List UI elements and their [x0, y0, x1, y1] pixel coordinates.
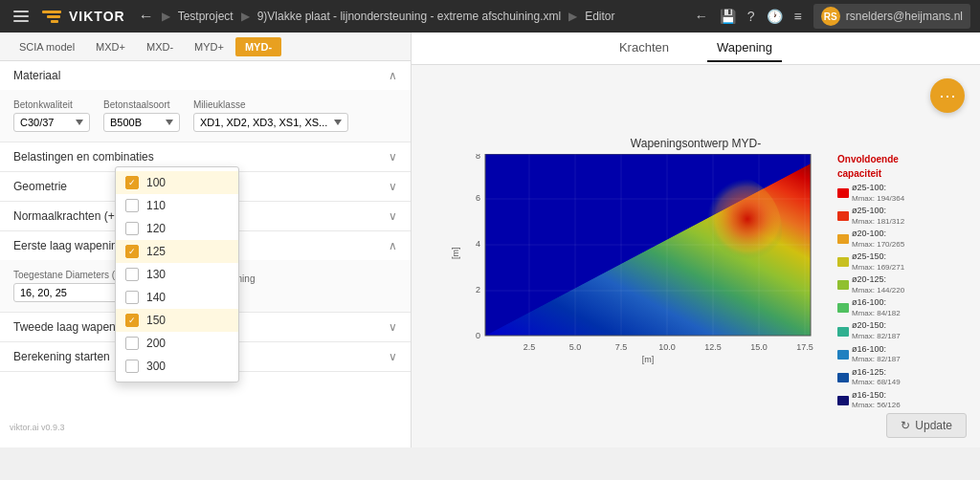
- dropdown-item-label: 140: [146, 291, 166, 304]
- logo: VIKTOR: [38, 3, 125, 30]
- tab-myd-plus[interactable]: MYD+: [185, 37, 234, 56]
- legend-color-box: [837, 280, 849, 290]
- back-icon[interactable]: ←: [695, 9, 708, 24]
- materiaal-form-row: Betonkwaliteit C30/37 Betonstaalsoort B5…: [13, 99, 397, 132]
- dropdown-item-label: 300: [146, 360, 166, 373]
- fab-icon: ⋯: [939, 85, 956, 106]
- legend-item: ø20-125:Mmax: 144/220: [837, 274, 952, 295]
- svg-text:6: 6: [476, 193, 480, 203]
- chevron-down-icon-normaal: ∨: [389, 209, 397, 223]
- checkbox-icon: [125, 314, 139, 327]
- left-panel: SCIA model MXD+ MXD- MYD+ MYD- Materiaal…: [0, 33, 412, 447]
- back-arrow-icon[interactable]: ←: [139, 8, 154, 25]
- user-label: rsnelders@heijmans.nl: [846, 10, 963, 23]
- checkbox-icon: [125, 176, 139, 189]
- svg-text:4: 4: [476, 239, 480, 249]
- legend-color-box: [837, 396, 849, 405]
- version-text: viktor.ai v0.9.3: [10, 423, 65, 432]
- legend-color-box: [837, 327, 849, 337]
- tab-mxd-plus[interactable]: MXD+: [86, 37, 135, 56]
- tab-mxd-minus[interactable]: MXD-: [137, 37, 183, 56]
- chevron-down-icon-geo: ∨: [389, 180, 397, 193]
- checkbox-icon: [125, 245, 139, 258]
- svg-point-3: [667, 173, 782, 288]
- dropdown-item[interactable]: 100: [116, 171, 238, 194]
- dropdown-item[interactable]: 140: [116, 286, 238, 309]
- dropdown-item-label: 150: [146, 314, 166, 327]
- betonstaalsoort-group: Betonstaalsoort B500B: [103, 99, 180, 132]
- legend-color-box: [837, 257, 849, 267]
- legend-item-text: ø16-150:Mmax: 56/126: [852, 390, 901, 411]
- menu-lines-icon[interactable]: ≡: [794, 9, 802, 24]
- dropdown-item[interactable]: 125: [116, 240, 238, 263]
- checkbox-icon: [125, 268, 139, 281]
- legend-item-text: ø25-150:Mmax: 169/271: [852, 251, 904, 273]
- legend-color-box: [837, 211, 849, 221]
- legend-item: ø25-100:Mmax: 181/312: [837, 206, 952, 227]
- section-belastingen-title: Belastingen en combinaties: [13, 150, 154, 164]
- update-icon: ↻: [901, 419, 910, 432]
- tab-scia[interactable]: SCIA model: [10, 37, 84, 56]
- chevron-down-icon-tweede: ∨: [389, 320, 397, 334]
- diameter-dropdown: 100110120125130140150200300: [115, 166, 239, 382]
- breadcrumb-project[interactable]: Testproject: [178, 10, 234, 23]
- header: VIKTOR ← ▶ Testproject ▶ 9)Vlakke plaat …: [0, 0, 980, 33]
- chart-area: ⋯ Wapeningsontwerp MYD-: [412, 65, 980, 447]
- dropdown-item[interactable]: 120: [116, 217, 238, 240]
- history-icon[interactable]: 🕐: [767, 9, 783, 24]
- legend-item: ø25-100:Mmax: 194/364: [837, 183, 952, 204]
- checkbox-icon: [125, 199, 139, 212]
- main-layout: SCIA model MXD+ MXD- MYD+ MYD- Materiaal…: [0, 33, 980, 447]
- chart-inner: 2.5 5.0 7.5 10.0 12.5 15.0 17.5 [m] 0 2 …: [447, 154, 945, 411]
- betonkwaliteit-label: Betonkwaliteit: [13, 99, 90, 110]
- right-panel: Krachten Wapening ⋯ Wapeningsontwerp MYD…: [412, 33, 980, 447]
- chart-title: Wapeningsontwerp MYD-: [447, 137, 945, 150]
- dropdown-item[interactable]: 110: [116, 194, 238, 217]
- section-eerste-laag-title: Eerste laag wapening: [13, 239, 123, 252]
- legend-item-text: ø16-100:Mmax: 84/182: [852, 297, 901, 318]
- dropdown-item[interactable]: 150: [116, 309, 238, 332]
- svg-text:10.0: 10.0: [658, 342, 676, 352]
- section-materiaal-title: Materiaal: [13, 69, 60, 82]
- dropdown-item[interactable]: 200: [116, 332, 238, 355]
- legend-item: ø16-100:Mmax: 84/182: [837, 297, 952, 318]
- svg-text:2.5: 2.5: [523, 342, 536, 352]
- fab-button[interactable]: ⋯: [930, 78, 965, 113]
- betonkwaliteit-select[interactable]: C30/37: [13, 113, 90, 132]
- chevron-down-icon-berekening: ∨: [389, 350, 397, 363]
- dropdown-item-label: 120: [146, 222, 166, 235]
- svg-text:2: 2: [476, 285, 480, 295]
- legend-item-text: ø25-100:Mmax: 181/312: [852, 206, 904, 227]
- avatar: RS: [821, 7, 840, 26]
- legend-color-box: [837, 350, 849, 360]
- legend-item: ø16-150:Mmax: 56/126: [837, 390, 952, 411]
- save-icon[interactable]: 💾: [720, 9, 736, 24]
- left-tabs: SCIA model MXD+ MXD- MYD+ MYD-: [0, 33, 411, 61]
- betonstaalsoort-label: Betonstaalsoort: [103, 99, 180, 110]
- legend-color-box: [837, 188, 849, 198]
- svg-text:8: 8: [476, 154, 480, 161]
- legend-item-text: ø16-125:Mmax: 68/149: [852, 367, 901, 388]
- legend-item: ø20-150:Mmax: 82/187: [837, 320, 952, 341]
- betonstaalsoort-select[interactable]: B500B: [103, 113, 180, 132]
- tab-myd-minus[interactable]: MYD-: [235, 37, 281, 56]
- dropdown-item-label: 125: [146, 245, 166, 258]
- dropdown-item[interactable]: 300: [116, 355, 238, 378]
- dropdown-item-label: 200: [146, 337, 166, 350]
- legend-onvoldoende: Onvoldoende: [837, 154, 952, 164]
- user-button[interactable]: RS rsnelders@heijmans.nl: [813, 4, 970, 29]
- update-button[interactable]: ↻ Update: [886, 413, 967, 438]
- dropdown-item-label: 130: [146, 268, 166, 281]
- tab-krachten[interactable]: Krachten: [610, 34, 679, 62]
- breadcrumb-file[interactable]: 9)Vlakke plaat - lijnondersteuning - ext…: [257, 10, 562, 23]
- legend-item-text: ø20-125:Mmax: 144/220: [852, 274, 904, 295]
- menu-icon[interactable]: [10, 7, 33, 26]
- dropdown-item[interactable]: 130: [116, 263, 238, 286]
- logo-icon: [38, 3, 65, 30]
- tab-wapening[interactable]: Wapening: [707, 34, 782, 62]
- help-icon[interactable]: ?: [747, 9, 755, 24]
- breadcrumb-editor[interactable]: Editor: [585, 10, 614, 23]
- section-materiaal-header[interactable]: Materiaal ∧: [0, 61, 411, 90]
- svg-text:12.5: 12.5: [704, 342, 722, 352]
- milieuklasse-select[interactable]: XD1, XD2, XD3, XS1, XS...: [193, 113, 348, 132]
